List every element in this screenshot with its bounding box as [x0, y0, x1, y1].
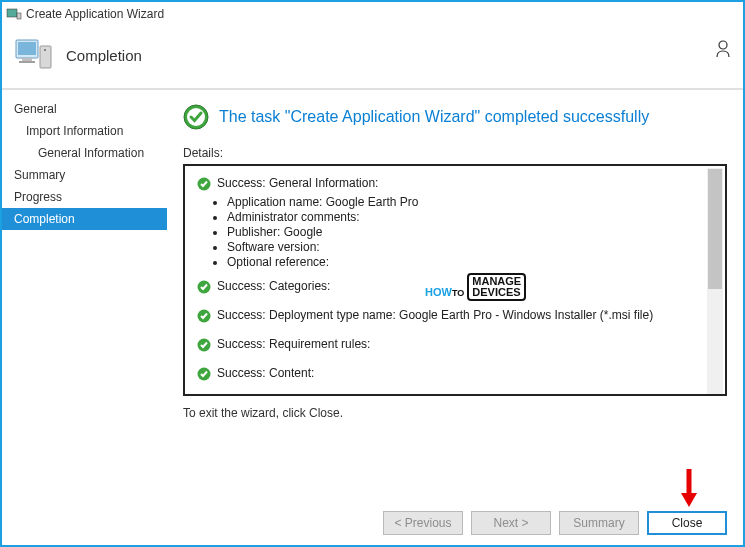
titlebar-title: Create Application Wizard — [26, 7, 164, 21]
check-icon — [197, 338, 211, 352]
svg-rect-3 — [18, 42, 36, 55]
sidebar: General Import Information General Infor… — [2, 90, 167, 510]
exit-hint: To exit the wizard, click Close. — [183, 406, 727, 420]
success-deployment-label: Success: Deployment type name: Google Ea… — [217, 308, 653, 322]
success-banner: The task "Create Application Wizard" com… — [183, 104, 727, 130]
footer-buttons: < Previous Next > Summary Close — [383, 511, 727, 535]
sidebar-item-completion[interactable]: Completion — [2, 208, 167, 230]
svg-point-7 — [44, 49, 46, 51]
scrollbar-thumb[interactable] — [708, 169, 722, 289]
scrollbar[interactable] — [707, 168, 723, 394]
general-info-list: Application name: Google Earth Pro Admin… — [227, 195, 713, 269]
success-message: The task "Create Application Wizard" com… — [219, 108, 649, 126]
list-item: Administrator comments: — [227, 210, 713, 224]
next-button: Next > — [471, 511, 551, 535]
main-panel: The task "Create Application Wizard" com… — [167, 90, 743, 510]
check-icon — [197, 280, 211, 294]
summary-button: Summary — [559, 511, 639, 535]
svg-rect-4 — [22, 58, 32, 61]
svg-rect-1 — [17, 13, 21, 19]
list-item: Application name: Google Earth Pro — [227, 195, 713, 209]
user-icon — [715, 40, 731, 58]
svg-rect-5 — [19, 61, 35, 63]
svg-marker-17 — [681, 493, 697, 507]
header: Completion — [2, 26, 743, 90]
arrow-annotation-icon — [679, 467, 699, 507]
sidebar-item-progress[interactable]: Progress — [2, 186, 167, 208]
titlebar: Create Application Wizard — [2, 2, 743, 26]
sidebar-item-general-information[interactable]: General Information — [2, 142, 167, 164]
check-icon — [197, 177, 211, 191]
success-content-label: Success: Content: — [217, 366, 314, 380]
list-item: Publisher: Google — [227, 225, 713, 239]
app-icon — [6, 6, 22, 22]
page-title: Completion — [66, 47, 142, 64]
sidebar-item-summary[interactable]: Summary — [2, 164, 167, 186]
watermark: HOWTO MANAGEDEVICES — [425, 273, 526, 301]
close-button[interactable]: Close — [647, 511, 727, 535]
success-check-icon — [183, 104, 209, 130]
details-label: Details: — [183, 146, 727, 160]
success-requirements: Success: Requirement rules: — [197, 337, 713, 352]
success-deployment: Success: Deployment type name: Google Ea… — [197, 308, 713, 323]
previous-button: < Previous — [383, 511, 463, 535]
success-general-label: Success: General Information: — [217, 176, 378, 190]
success-general: Success: General Information: — [197, 176, 713, 191]
computer-icon — [14, 36, 54, 74]
check-icon — [197, 309, 211, 323]
list-item: Software version: — [227, 240, 713, 254]
check-icon — [197, 367, 211, 381]
svg-point-8 — [719, 41, 727, 49]
success-content: Success: Content: — [197, 366, 713, 381]
sidebar-item-import-information[interactable]: Import Information — [2, 120, 167, 142]
success-requirements-label: Success: Requirement rules: — [217, 337, 370, 351]
details-box: HOWTO MANAGEDEVICES Success: General Inf… — [183, 164, 727, 396]
list-item: Optional reference: — [227, 255, 713, 269]
sidebar-item-general[interactable]: General — [2, 98, 167, 120]
success-categories-label: Success: Categories: — [217, 279, 330, 293]
svg-rect-0 — [7, 9, 17, 17]
content: General Import Information General Infor… — [2, 90, 743, 510]
